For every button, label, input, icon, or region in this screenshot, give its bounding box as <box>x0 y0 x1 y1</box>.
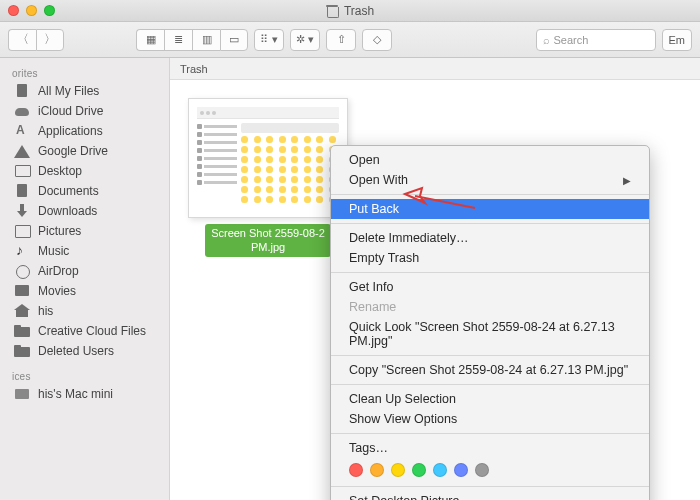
ctx-separator <box>331 355 649 356</box>
a-icon-icon <box>14 124 30 138</box>
sidebar-item-creative-cloud-files[interactable]: Creative Cloud Files <box>0 321 169 341</box>
path-location: Trash <box>180 63 208 75</box>
sidebar-item-downloads[interactable]: Downloads <box>0 201 169 221</box>
ctx-delete-immediately[interactable]: Delete Immediately… <box>331 228 649 248</box>
home-icon <box>14 304 30 318</box>
sidebar-item-label: Deleted Users <box>38 344 114 358</box>
share-button[interactable]: ⇧ <box>326 29 356 51</box>
sidebar-header-favorites: orites <box>0 64 169 81</box>
ctx-open[interactable]: Open <box>331 150 649 170</box>
folder-icon <box>14 344 30 358</box>
tag-color-dot[interactable] <box>412 463 426 477</box>
ctx-open-with[interactable]: Open With▶ <box>331 170 649 190</box>
ctx-quick-look[interactable]: Quick Look "Screen Shot 2559-08-24 at 6.… <box>331 317 649 351</box>
sidebar-device-his-s-mac-mini[interactable]: his's Mac mini <box>0 384 169 404</box>
view-mode-buttons: ▦ ≣ ▥ ▭ <box>136 29 248 51</box>
window-titlebar: Trash <box>0 0 700 22</box>
ctx-tags[interactable]: Tags… <box>331 438 649 458</box>
movies-icon <box>14 284 30 298</box>
sidebar-item-label: Desktop <box>38 164 82 178</box>
arrange-button[interactable]: ⠿ ▾ <box>254 29 284 51</box>
sidebar-item-google-drive[interactable]: Google Drive <box>0 141 169 161</box>
tag-color-dot[interactable] <box>391 463 405 477</box>
dlarrow-icon <box>14 204 30 218</box>
ctx-separator <box>331 223 649 224</box>
columns-icon: ▥ <box>202 33 212 46</box>
sidebar-item-label: Music <box>38 244 69 258</box>
ctx-set-desktop-picture[interactable]: Set Desktop Picture <box>331 491 649 500</box>
forward-button[interactable]: 〉 <box>36 29 64 51</box>
file-name-line2: PM.jpg <box>211 240 325 254</box>
sidebar-item-label: his <box>38 304 53 318</box>
file-item[interactable]: Screen Shot 2559-08-2 PM.jpg <box>188 98 348 257</box>
search-placeholder: Search <box>554 34 589 46</box>
sidebar-item-label: iCloud Drive <box>38 104 103 118</box>
path-bar: Trash <box>170 58 700 80</box>
sidebar-item-label: AirDrop <box>38 264 79 278</box>
search-icon: ⌕ <box>543 34 550 46</box>
sidebar-item-applications[interactable]: Applications <box>0 121 169 141</box>
sidebar-item-label: Downloads <box>38 204 97 218</box>
chevron-left-icon: 〈 <box>17 31 29 48</box>
tag-color-dot[interactable] <box>454 463 468 477</box>
share-icon: ⇧ <box>337 33 346 46</box>
file-thumbnail[interactable] <box>188 98 348 218</box>
ctx-separator <box>331 486 649 487</box>
window-title: Trash <box>0 4 700 18</box>
icon-view-button[interactable]: ▦ <box>136 29 164 51</box>
gdrive-icon <box>14 145 30 158</box>
toolbar: 〈 〉 ▦ ≣ ▥ ▭ ⠿ ▾ ✲ ▾ ⇧ ◇ ⌕ Search Em <box>0 22 700 58</box>
desktop-icon <box>14 164 30 178</box>
sidebar-item-documents[interactable]: Documents <box>0 181 169 201</box>
tag-color-dot[interactable] <box>433 463 447 477</box>
sidebar-item-deleted-users[interactable]: Deleted Users <box>0 341 169 361</box>
ctx-empty-trash[interactable]: Empty Trash <box>331 248 649 268</box>
sidebar-item-his[interactable]: his <box>0 301 169 321</box>
window-title-text: Trash <box>344 4 374 18</box>
minimize-button[interactable] <box>26 5 37 16</box>
empty-trash-button[interactable]: Em <box>662 29 693 51</box>
ctx-get-info[interactable]: Get Info <box>331 277 649 297</box>
sidebar-item-desktop[interactable]: Desktop <box>0 161 169 181</box>
file-name-label[interactable]: Screen Shot 2559-08-2 PM.jpg <box>205 224 331 257</box>
sidebar-item-movies[interactable]: Movies <box>0 281 169 301</box>
ctx-copy[interactable]: Copy "Screen Shot 2559-08-24 at 6.27.13 … <box>331 360 649 380</box>
tag-color-dot[interactable] <box>370 463 384 477</box>
sidebar-item-all-my-files[interactable]: All My Files <box>0 81 169 101</box>
airdrop-icon <box>14 264 30 278</box>
ctx-clean-up[interactable]: Clean Up Selection <box>331 389 649 409</box>
tags-button[interactable]: ◇ <box>362 29 392 51</box>
traffic-lights <box>8 5 55 16</box>
ctx-rename: Rename <box>331 297 649 317</box>
coverflow-view-button[interactable]: ▭ <box>220 29 248 51</box>
sidebar-item-pictures[interactable]: Pictures <box>0 221 169 241</box>
sidebar-item-airdrop[interactable]: AirDrop <box>0 261 169 281</box>
tag-color-dot[interactable] <box>349 463 363 477</box>
docfile-icon <box>14 184 30 198</box>
trash-icon <box>326 4 338 18</box>
sidebar-item-music[interactable]: Music <box>0 241 169 261</box>
ctx-show-view-options[interactable]: Show View Options <box>331 409 649 429</box>
sidebar-item-icloud-drive[interactable]: iCloud Drive <box>0 101 169 121</box>
submenu-arrow-icon: ▶ <box>623 175 631 186</box>
sidebar-item-label: Documents <box>38 184 99 198</box>
maximize-button[interactable] <box>44 5 55 16</box>
list-view-button[interactable]: ≣ <box>164 29 192 51</box>
ctx-separator <box>331 194 649 195</box>
ctx-tag-colors <box>331 458 649 482</box>
column-view-button[interactable]: ▥ <box>192 29 220 51</box>
file-name-line1: Screen Shot 2559-08-2 <box>211 226 325 240</box>
action-button[interactable]: ✲ ▾ <box>290 29 320 51</box>
arrange-icon: ⠿ ▾ <box>260 33 277 46</box>
sidebar-item-label: Movies <box>38 284 76 298</box>
ctx-put-back[interactable]: Put Back <box>331 199 649 219</box>
search-field[interactable]: ⌕ Search <box>536 29 656 51</box>
close-button[interactable] <box>8 5 19 16</box>
tag-color-dot[interactable] <box>475 463 489 477</box>
sidebar-header-devices: ices <box>0 367 169 384</box>
music-icon <box>14 244 30 258</box>
back-button[interactable]: 〈 <box>8 29 36 51</box>
list-icon: ≣ <box>174 33 183 46</box>
cloud-icon <box>14 104 30 118</box>
pict-icon <box>14 224 30 238</box>
